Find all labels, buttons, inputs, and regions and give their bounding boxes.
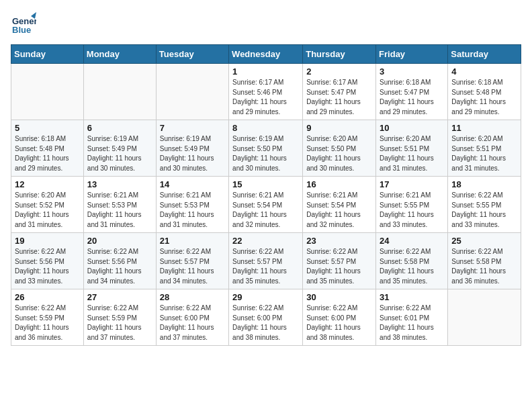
day-number: 5 <box>15 123 80 133</box>
day-info: Sunrise: 6:19 AM Sunset: 5:49 PM Dayligh… <box>160 134 225 173</box>
calendar-table: SundayMondayTuesdayWednesdayThursdayFrid… <box>11 44 521 346</box>
day-number: 18 <box>451 179 517 189</box>
day-number: 12 <box>15 179 80 189</box>
calendar-cell: 28Sunrise: 6:22 AM Sunset: 6:00 PM Dayli… <box>156 289 228 346</box>
header-tuesday: Tuesday <box>156 45 228 64</box>
calendar-cell: 22Sunrise: 6:22 AM Sunset: 5:57 PM Dayli… <box>229 233 303 289</box>
calendar-cell: 13Sunrise: 6:21 AM Sunset: 5:53 PM Dayli… <box>83 177 156 233</box>
day-info: Sunrise: 6:22 AM Sunset: 5:59 PM Dayligh… <box>15 304 80 342</box>
calendar-cell: 31Sunrise: 6:22 AM Sunset: 6:01 PM Dayli… <box>376 289 448 346</box>
day-info: Sunrise: 6:22 AM Sunset: 6:00 PM Dayligh… <box>160 304 225 342</box>
day-info: Sunrise: 6:22 AM Sunset: 6:00 PM Dayligh… <box>306 304 372 342</box>
header-saturday: Saturday <box>448 45 521 64</box>
day-number: 9 <box>306 123 372 133</box>
calendar-cell: 9Sunrise: 6:20 AM Sunset: 5:50 PM Daylig… <box>303 120 376 177</box>
calendar-week-row: 19Sunrise: 6:22 AM Sunset: 5:56 PM Dayli… <box>11 233 521 289</box>
day-info: Sunrise: 6:21 AM Sunset: 5:53 PM Dayligh… <box>160 191 225 230</box>
day-number: 14 <box>160 179 225 189</box>
header-sunday: Sunday <box>11 45 84 64</box>
calendar-cell <box>448 289 521 346</box>
page-header: General Blue <box>11 11 521 36</box>
day-number: 6 <box>87 123 152 133</box>
header-thursday: Thursday <box>303 45 376 64</box>
day-info: Sunrise: 6:21 AM Sunset: 5:54 PM Dayligh… <box>232 191 299 230</box>
day-info: Sunrise: 6:22 AM Sunset: 5:58 PM Dayligh… <box>380 247 444 286</box>
day-info: Sunrise: 6:22 AM Sunset: 6:01 PM Dayligh… <box>380 304 444 342</box>
calendar-cell: 30Sunrise: 6:22 AM Sunset: 6:00 PM Dayli… <box>303 289 376 346</box>
day-info: Sunrise: 6:17 AM Sunset: 5:46 PM Dayligh… <box>232 78 299 117</box>
day-number: 31 <box>380 292 444 302</box>
calendar-cell: 6Sunrise: 6:19 AM Sunset: 5:49 PM Daylig… <box>83 120 156 177</box>
calendar-week-row: 12Sunrise: 6:20 AM Sunset: 5:52 PM Dayli… <box>11 177 521 233</box>
calendar-cell: 18Sunrise: 6:22 AM Sunset: 5:55 PM Dayli… <box>448 177 521 233</box>
day-info: Sunrise: 6:20 AM Sunset: 5:51 PM Dayligh… <box>451 134 517 173</box>
day-info: Sunrise: 6:21 AM Sunset: 5:54 PM Dayligh… <box>306 191 372 230</box>
day-info: Sunrise: 6:22 AM Sunset: 5:57 PM Dayligh… <box>160 247 225 286</box>
day-number: 25 <box>451 236 517 246</box>
calendar-week-row: 5Sunrise: 6:18 AM Sunset: 5:48 PM Daylig… <box>11 120 521 177</box>
day-info: Sunrise: 6:20 AM Sunset: 5:51 PM Dayligh… <box>380 134 444 173</box>
day-number: 26 <box>15 292 80 302</box>
day-number: 22 <box>232 236 299 246</box>
calendar-cell <box>83 64 156 120</box>
day-number: 29 <box>232 292 299 302</box>
day-info: Sunrise: 6:22 AM Sunset: 5:56 PM Dayligh… <box>15 247 80 286</box>
calendar-cell: 7Sunrise: 6:19 AM Sunset: 5:49 PM Daylig… <box>156 120 228 177</box>
day-number: 20 <box>87 236 152 246</box>
calendar-cell: 16Sunrise: 6:21 AM Sunset: 5:54 PM Dayli… <box>303 177 376 233</box>
day-number: 27 <box>87 292 152 302</box>
day-info: Sunrise: 6:22 AM Sunset: 5:57 PM Dayligh… <box>306 247 372 286</box>
day-number: 15 <box>232 179 299 189</box>
calendar-cell: 27Sunrise: 6:22 AM Sunset: 5:59 PM Dayli… <box>83 289 156 346</box>
day-number: 8 <box>232 123 299 133</box>
calendar-cell: 12Sunrise: 6:20 AM Sunset: 5:52 PM Dayli… <box>11 177 84 233</box>
calendar-cell: 25Sunrise: 6:22 AM Sunset: 5:58 PM Dayli… <box>448 233 521 289</box>
calendar-cell: 10Sunrise: 6:20 AM Sunset: 5:51 PM Dayli… <box>376 120 448 177</box>
calendar-cell: 8Sunrise: 6:19 AM Sunset: 5:50 PM Daylig… <box>229 120 303 177</box>
calendar-cell: 29Sunrise: 6:22 AM Sunset: 6:00 PM Dayli… <box>229 289 303 346</box>
svg-text:Blue: Blue <box>12 25 31 35</box>
day-number: 11 <box>451 123 517 133</box>
day-number: 24 <box>380 236 444 246</box>
day-number: 10 <box>380 123 444 133</box>
calendar-cell: 15Sunrise: 6:21 AM Sunset: 5:54 PM Dayli… <box>229 177 303 233</box>
day-info: Sunrise: 6:20 AM Sunset: 5:50 PM Dayligh… <box>306 134 372 173</box>
day-number: 30 <box>306 292 372 302</box>
calendar-header-row: SundayMondayTuesdayWednesdayThursdayFrid… <box>11 45 521 64</box>
header-wednesday: Wednesday <box>229 45 303 64</box>
calendar-cell: 19Sunrise: 6:22 AM Sunset: 5:56 PM Dayli… <box>11 233 84 289</box>
day-info: Sunrise: 6:18 AM Sunset: 5:48 PM Dayligh… <box>451 78 517 117</box>
day-number: 4 <box>451 66 517 77</box>
day-info: Sunrise: 6:21 AM Sunset: 5:53 PM Dayligh… <box>87 191 152 230</box>
calendar-cell: 23Sunrise: 6:22 AM Sunset: 5:57 PM Dayli… <box>303 233 376 289</box>
day-info: Sunrise: 6:22 AM Sunset: 5:57 PM Dayligh… <box>232 247 299 286</box>
calendar-cell: 24Sunrise: 6:22 AM Sunset: 5:58 PM Dayli… <box>376 233 448 289</box>
day-number: 23 <box>306 236 372 246</box>
day-info: Sunrise: 6:22 AM Sunset: 5:56 PM Dayligh… <box>87 247 152 286</box>
day-info: Sunrise: 6:19 AM Sunset: 5:49 PM Dayligh… <box>87 134 152 173</box>
calendar-cell: 1Sunrise: 6:17 AM Sunset: 5:46 PM Daylig… <box>229 64 303 120</box>
calendar-cell: 5Sunrise: 6:18 AM Sunset: 5:48 PM Daylig… <box>11 120 84 177</box>
day-number: 28 <box>160 292 225 302</box>
calendar-cell: 20Sunrise: 6:22 AM Sunset: 5:56 PM Dayli… <box>83 233 156 289</box>
header-monday: Monday <box>83 45 156 64</box>
calendar-cell: 26Sunrise: 6:22 AM Sunset: 5:59 PM Dayli… <box>11 289 84 346</box>
day-info: Sunrise: 6:21 AM Sunset: 5:55 PM Dayligh… <box>380 191 444 230</box>
day-number: 13 <box>87 179 152 189</box>
day-info: Sunrise: 6:22 AM Sunset: 6:00 PM Dayligh… <box>232 304 299 342</box>
day-info: Sunrise: 6:22 AM Sunset: 5:58 PM Dayligh… <box>451 247 517 286</box>
header-friday: Friday <box>376 45 448 64</box>
logo-icon: General Blue <box>11 11 36 36</box>
calendar-week-row: 26Sunrise: 6:22 AM Sunset: 5:59 PM Dayli… <box>11 289 521 346</box>
logo: General Blue <box>11 11 39 36</box>
calendar-cell: 4Sunrise: 6:18 AM Sunset: 5:48 PM Daylig… <box>448 64 521 120</box>
day-info: Sunrise: 6:20 AM Sunset: 5:52 PM Dayligh… <box>15 191 80 230</box>
calendar-cell: 3Sunrise: 6:18 AM Sunset: 5:47 PM Daylig… <box>376 64 448 120</box>
day-info: Sunrise: 6:17 AM Sunset: 5:47 PM Dayligh… <box>306 78 372 117</box>
day-number: 2 <box>306 66 372 77</box>
day-number: 3 <box>380 66 444 77</box>
day-number: 16 <box>306 179 372 189</box>
day-number: 1 <box>232 66 299 77</box>
day-number: 19 <box>15 236 80 246</box>
calendar-cell <box>11 64 84 120</box>
